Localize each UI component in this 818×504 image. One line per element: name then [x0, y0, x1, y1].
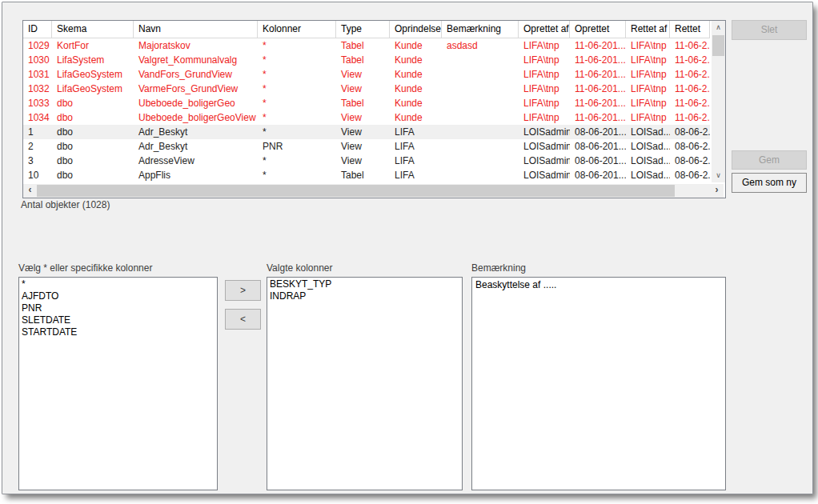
available-columns-label: Vælg * eller specifikke kolonner [18, 262, 152, 274]
table-row[interactable]: 1029KortForMajoratskov*TabelKundeasdasdL… [23, 38, 710, 53]
table-cell: 11-06-2. [670, 38, 710, 53]
available-column-item[interactable]: SLETDATE [19, 314, 217, 326]
table-cell: Tabel [336, 168, 390, 182]
scroll-left-icon[interactable]: ‹ [23, 184, 37, 198]
table-cell [442, 96, 519, 110]
table-cell [442, 154, 519, 168]
table-cell: 3 [23, 154, 52, 168]
slet-button[interactable]: Slet [732, 20, 807, 40]
table-cell: 11-06-2. [670, 110, 710, 125]
horizontal-scrollbar[interactable]: ‹ › [23, 184, 724, 198]
table-cell: LifaSystem [52, 53, 134, 67]
table-cell: LOISad... [626, 139, 670, 154]
scroll-right-icon[interactable]: › [710, 184, 724, 198]
table-row[interactable]: 10dboAppFlis*TabelLIFALOISadmin08-06-201… [23, 168, 710, 182]
table-row[interactable]: 1034dboUbeboede_boligerGeoView*ViewKunde… [23, 110, 710, 125]
table-row[interactable]: 3dboAdresseView*ViewLIFALOISadmin08-06-2… [23, 154, 710, 168]
table-cell: LOISad... [626, 125, 670, 139]
table-cell: 11-06-201... [570, 53, 626, 67]
table-cell: dbo [52, 154, 134, 168]
column-header[interactable]: Oprettet [570, 21, 626, 38]
table-cell: dbo [52, 110, 134, 125]
table-cell: LIFA\tnp [519, 53, 570, 67]
dialog-window: IDSkemaNavnKolonnerTypeOprindelseBemærkn… [2, 2, 813, 494]
table-cell: View [336, 139, 390, 154]
table-cell: 1029 [23, 38, 52, 53]
selected-column-item[interactable]: BESKYT_TYP [267, 278, 462, 290]
table-cell: Majoratskov [134, 38, 258, 53]
table-cell: Kunde [390, 53, 442, 67]
table-cell: LIFA\tnp [626, 96, 670, 110]
column-header[interactable]: ID [23, 21, 52, 38]
table-row[interactable]: 1033dboUbeboede_boligerGeo*TabelKundeLIF… [23, 96, 710, 110]
table-cell: Kunde [390, 38, 442, 53]
table-cell: 1032 [23, 82, 52, 96]
column-header[interactable]: Oprindelse [390, 21, 442, 38]
table-cell: Ubeboede_boligerGeo [134, 96, 258, 110]
column-header[interactable]: Rettet [670, 21, 710, 38]
column-header[interactable]: Type [336, 21, 390, 38]
table-cell: * [258, 168, 336, 182]
available-column-item[interactable]: PNR [19, 302, 217, 314]
table-cell: LIFA\tnp [626, 67, 670, 82]
table-cell: 2 [23, 139, 52, 154]
table-cell: Tabel [336, 38, 390, 53]
move-left-button[interactable]: < [225, 309, 261, 330]
table-row[interactable]: 1032LifaGeoSystemVarmeFors_GrundView*Vie… [23, 82, 710, 96]
table-cell: LOISad... [626, 168, 670, 182]
table-cell: LIFA\tnp [519, 96, 570, 110]
table-cell: LIFA\tnp [519, 110, 570, 125]
remark-textbox[interactable]: Beaskyttelse af ..... [471, 277, 726, 490]
selected-columns-list[interactable]: BESKYT_TYPINDRAP [267, 277, 463, 490]
table-row[interactable]: 1dboAdr_Beskyt*ViewLIFALOISadmin08-06-20… [23, 125, 710, 139]
table-cell: LIFA [390, 125, 442, 139]
table-cell: dbo [52, 139, 134, 154]
table-cell: LIFA [390, 168, 442, 182]
selected-column-item[interactable]: INDRAP [267, 290, 462, 302]
column-header[interactable]: Bemærkning [442, 21, 519, 38]
horizontal-scroll-thumb[interactable] [37, 185, 675, 197]
table-cell: 1033 [23, 96, 52, 110]
scroll-down-icon[interactable]: ∨ [712, 169, 725, 182]
table-cell [442, 67, 519, 82]
table-cell [442, 139, 519, 154]
table-cell: VarmeFors_GrundView [134, 82, 258, 96]
objects-table: IDSkemaNavnKolonnerTypeOprindelseBemærkn… [22, 20, 726, 198]
gem-som-ny-button[interactable]: Gem som ny [732, 173, 807, 193]
object-count-label: Antal objekter (1028) [21, 199, 110, 210]
vertical-scrollbar[interactable]: ∧ ∨ [712, 21, 725, 182]
available-columns-list[interactable]: *AJFDTOPNRSLETDATESTARTDATE [18, 277, 218, 490]
column-header[interactable]: Kolonner [258, 21, 336, 38]
table-cell: dbo [52, 125, 134, 139]
column-header[interactable]: Skema [52, 21, 134, 38]
available-column-item[interactable]: * [19, 278, 217, 290]
table-cell: 1030 [23, 53, 52, 67]
move-right-button[interactable]: > [225, 280, 261, 301]
column-header[interactable]: Oprettet af [519, 21, 570, 38]
column-header[interactable]: Navn [134, 21, 258, 38]
table-cell: View [336, 125, 390, 139]
table-cell: LifaGeoSystem [52, 82, 134, 96]
table-cell [442, 53, 519, 67]
table-row[interactable]: 2dboAdr_BeskytPNRViewLIFALOISadmin08-06-… [23, 139, 710, 154]
available-column-item[interactable]: AJFDTO [19, 290, 217, 302]
scroll-up-icon[interactable]: ∧ [712, 21, 725, 34]
table-row[interactable]: 1031LifaGeoSystemVandFors_GrundView*View… [23, 67, 710, 82]
table-row[interactable]: 1030LifaSystemValgret_Kommunalvalg*Tabel… [23, 53, 710, 67]
available-column-item[interactable]: STARTDATE [19, 326, 217, 338]
table-cell: 08-06-201... [570, 139, 626, 154]
table-cell: * [258, 110, 336, 125]
selected-columns-label: Valgte kolonner [267, 262, 333, 274]
table-cell: 1034 [23, 110, 52, 125]
gem-button[interactable]: Gem [732, 150, 807, 170]
vertical-scroll-thumb[interactable] [712, 35, 724, 56]
table-cell: * [258, 96, 336, 110]
table-cell: * [258, 67, 336, 82]
table-cell: 08-06-201... [570, 168, 626, 182]
table-cell: LIFA\tnp [626, 110, 670, 125]
column-header[interactable]: Rettet af [626, 21, 670, 38]
table-cell: 08-06-2. [670, 154, 710, 168]
table-cell [442, 110, 519, 125]
table-cell: 08-06-2. [670, 125, 710, 139]
table-cell: * [258, 154, 336, 168]
